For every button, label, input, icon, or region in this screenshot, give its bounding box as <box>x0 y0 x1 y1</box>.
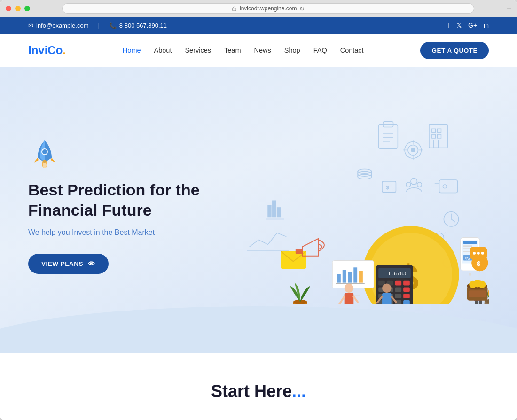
svg-line-48 <box>444 233 445 233</box>
svg-text:$: $ <box>385 184 389 190</box>
nav-item-news[interactable]: News <box>254 46 271 54</box>
hero-right: $ <box>222 107 489 304</box>
svg-rect-28 <box>433 140 438 148</box>
svg-rect-12 <box>383 122 393 127</box>
svg-rect-62 <box>463 245 472 247</box>
navbar: InviCo. Home About Services Team News Sh… <box>0 34 517 67</box>
svg-rect-0 <box>233 8 236 10</box>
nav-links: Home About Services Team News Shop FAQ C… <box>123 46 364 54</box>
top-bar-left: ✉ info@example.com | 📞 8 800 567.890.11 <box>28 22 167 29</box>
nav-item-services[interactable]: Services <box>185 46 211 54</box>
svg-point-18 <box>411 148 415 152</box>
nav-link-news[interactable]: News <box>254 47 271 54</box>
nav-item-shop[interactable]: Shop <box>284 46 300 54</box>
nav-item-home[interactable]: Home <box>123 46 141 54</box>
nav-link-team[interactable]: Team <box>224 47 241 54</box>
svg-line-43 <box>451 219 455 222</box>
svg-point-67 <box>469 273 471 276</box>
browser-window: invicodt.wpengine.com ↻ + ✉ info@example… <box>0 0 517 420</box>
social-links: f 𝕏 G+ in <box>448 22 489 29</box>
url-text: invicodt.wpengine.com <box>240 5 297 12</box>
traffic-light-yellow[interactable] <box>15 6 21 11</box>
traffic-light-green[interactable] <box>24 6 30 11</box>
svg-rect-78 <box>403 287 410 292</box>
new-tab-button[interactable]: + <box>506 4 511 14</box>
email-text: info@example.com <box>36 22 88 29</box>
hero-title: Best Prediction for the Financial Future <box>28 180 222 220</box>
svg-text:PAY: PAY <box>464 257 470 260</box>
google-plus-icon[interactable]: G+ <box>468 22 477 29</box>
rocket-icon <box>28 137 61 170</box>
email-icon: ✉ <box>28 22 33 29</box>
top-bar: ✉ info@example.com | 📞 8 800 567.890.11 … <box>0 17 517 34</box>
svg-point-123 <box>473 252 476 255</box>
linkedin-icon[interactable]: in <box>484 22 489 29</box>
traffic-light-red[interactable] <box>6 6 11 11</box>
phone-text: 8 800 567.890.11 <box>119 22 167 29</box>
svg-rect-11 <box>378 124 398 148</box>
nav-link-services[interactable]: Services <box>185 47 211 54</box>
eye-icon: 👁 <box>88 260 95 268</box>
svg-point-31 <box>358 169 371 174</box>
svg-rect-102 <box>382 293 392 304</box>
get-quote-button[interactable]: GET A QUOTE <box>420 42 489 59</box>
logo[interactable]: InviCo. <box>28 44 66 57</box>
svg-rect-73 <box>395 281 401 286</box>
svg-point-36 <box>417 182 422 187</box>
svg-rect-26 <box>431 134 435 138</box>
svg-point-38 <box>443 185 446 188</box>
browser-titlebar: invicodt.wpengine.com ↻ + <box>0 0 517 17</box>
facebook-icon[interactable]: f <box>448 22 450 29</box>
logo-text: InviCo. <box>28 44 66 56</box>
svg-rect-129 <box>469 290 486 297</box>
nav-link-faq[interactable]: FAQ <box>313 47 327 54</box>
nav-item-team[interactable]: Team <box>224 46 241 54</box>
svg-rect-77 <box>395 287 401 292</box>
svg-line-98 <box>353 296 358 302</box>
nav-item-faq[interactable]: FAQ <box>313 46 327 54</box>
svg-point-5 <box>43 163 47 168</box>
divider: | <box>98 22 99 29</box>
hero-subtitle: We help you Invest in the Best Market <box>28 228 222 237</box>
svg-point-132 <box>478 281 486 288</box>
svg-line-97 <box>339 296 344 304</box>
email-contact: ✉ info@example.com <box>28 22 88 29</box>
page-content: ✉ info@example.com | 📞 8 800 567.890.11 … <box>0 17 517 420</box>
svg-point-125 <box>481 252 484 255</box>
twitter-icon[interactable]: 𝕏 <box>456 22 462 29</box>
nav-link-about[interactable]: About <box>154 47 172 54</box>
lock-icon <box>232 6 237 11</box>
svg-rect-6 <box>268 205 271 217</box>
svg-rect-61 <box>463 241 477 244</box>
nav-link-contact[interactable]: Contact <box>340 47 364 54</box>
reload-icon[interactable]: ↻ <box>299 5 305 12</box>
svg-rect-112 <box>478 300 482 304</box>
svg-rect-24 <box>431 129 435 132</box>
svg-point-34 <box>410 178 417 185</box>
bottom-title: Start Here... <box>28 381 489 401</box>
svg-rect-82 <box>403 294 410 298</box>
svg-rect-90 <box>342 270 346 282</box>
nav-item-contact[interactable]: Contact <box>340 46 364 54</box>
bottom-section: Start Here... <box>0 353 517 420</box>
svg-rect-74 <box>403 281 410 286</box>
svg-point-95 <box>344 284 353 293</box>
nav-link-shop[interactable]: Shop <box>284 47 300 54</box>
svg-rect-7 <box>272 201 275 217</box>
view-plans-button[interactable]: VIEW PLANS 👁 <box>28 254 109 274</box>
svg-point-124 <box>477 252 480 255</box>
svg-rect-8 <box>277 208 280 217</box>
svg-rect-111 <box>475 300 478 304</box>
phone-contact: 📞 8 800 567.890.11 <box>109 22 167 29</box>
svg-rect-54 <box>295 249 302 254</box>
nav-item-about[interactable]: About <box>154 46 172 54</box>
svg-point-29 <box>358 174 371 179</box>
nav-link-home[interactable]: Home <box>123 47 141 54</box>
svg-rect-85 <box>403 300 410 304</box>
svg-rect-89 <box>337 274 341 283</box>
address-bar[interactable]: invicodt.wpengine.com ↻ <box>62 3 474 14</box>
hero-left: Best Prediction for the Financial Future… <box>28 137 222 274</box>
svg-rect-92 <box>353 267 357 282</box>
hero-illustration: $ <box>222 107 489 304</box>
svg-point-3 <box>42 149 47 154</box>
